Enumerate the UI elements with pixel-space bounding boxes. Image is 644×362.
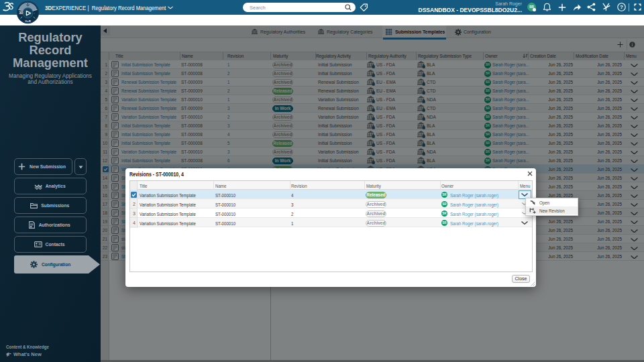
- svg-text:?: ?: [620, 4, 623, 10]
- svg-text:3D: 3D: [19, 11, 23, 15]
- svg-text:V+R: V+R: [25, 19, 31, 23]
